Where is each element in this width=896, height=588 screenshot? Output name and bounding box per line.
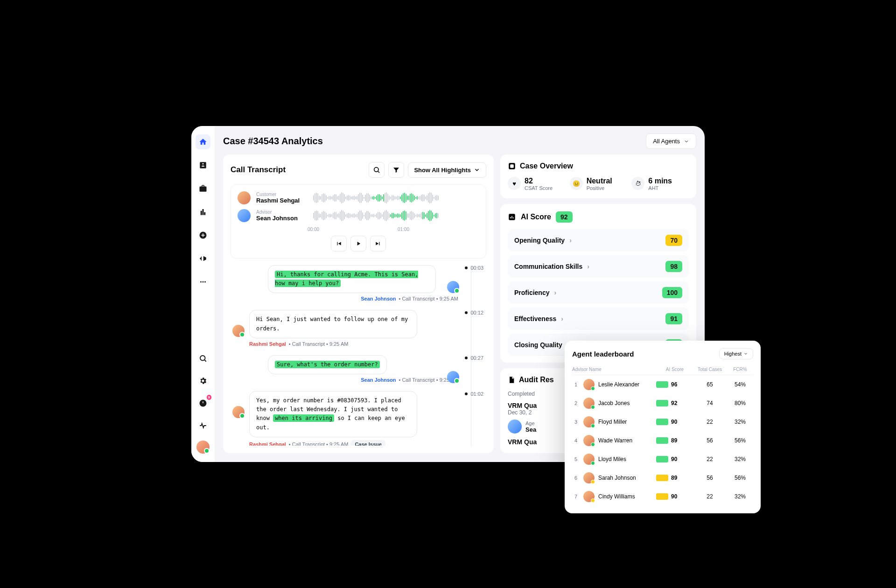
document-icon <box>508 376 515 384</box>
nav-cases[interactable] <box>196 181 210 196</box>
lb-col-score: AI Score <box>656 367 693 372</box>
aht-label: AHT <box>648 185 672 191</box>
next-track-btn[interactable] <box>370 236 386 252</box>
sentiment-value: Neutral <box>587 177 612 185</box>
score-value: 98 <box>665 261 682 272</box>
sidebar: 9 <box>191 126 215 462</box>
score-row[interactable]: Proficiency›100 <box>508 281 689 304</box>
emoji-icon: 😐 <box>570 177 583 190</box>
lb-name: Jacob Jones <box>598 400 630 406</box>
lb-fcr: 32% <box>726 456 754 462</box>
nav-announce[interactable] <box>196 251 210 266</box>
lb-score-bar <box>656 493 668 500</box>
home-icon <box>199 138 207 146</box>
alert-badge: 9 <box>207 395 211 400</box>
lb-score-value: 90 <box>671 456 677 462</box>
lb-rank: 1 <box>572 382 580 387</box>
lb-col-fcr: FCR% <box>726 367 754 372</box>
score-row[interactable]: Communication Skills›98 <box>508 255 689 278</box>
score-value: 91 <box>665 313 682 324</box>
leaderboard-sort-dropdown[interactable]: Highest <box>719 348 753 359</box>
nav-analytics[interactable] <box>196 204 210 219</box>
prev-track-btn[interactable] <box>331 236 347 252</box>
id-card-icon <box>199 161 207 169</box>
message-avatar <box>447 281 459 293</box>
nav-alerts[interactable]: 9 <box>196 396 210 411</box>
nav-activity[interactable] <box>196 418 210 433</box>
audit-agent-name: Sea <box>525 426 536 433</box>
time-start: 00:00 <box>308 227 319 232</box>
nav-home[interactable] <box>196 134 210 149</box>
transcript-search-btn[interactable] <box>369 162 385 178</box>
csat-value: 82 <box>525 177 553 185</box>
transcript-title: Call Transcript <box>231 165 286 175</box>
plus-circle-icon <box>199 231 207 239</box>
lb-col-cases: Total Cases <box>693 367 726 372</box>
customer-name: Rashmi Sehgal <box>256 197 308 204</box>
leaderboard-row[interactable]: 3Floyd Miller902232% <box>572 413 753 431</box>
play-btn[interactable] <box>350 236 366 252</box>
lb-score-bar <box>656 475 668 481</box>
page-header: Case #34543 Analytics All Agents <box>223 133 696 149</box>
message-meta: Rashmi Sehgal • Call Transcript • 9:25 A… <box>249 440 458 446</box>
chevron-right-icon: › <box>554 289 556 296</box>
transcript-card: Call Transcript Show All Highlights <box>223 154 494 453</box>
agent-filter-label: All Agents <box>653 138 680 145</box>
lb-score-bar <box>656 419 668 425</box>
briefcase-icon <box>199 184 207 193</box>
play-icon <box>355 240 362 247</box>
nav-contacts[interactable] <box>196 158 210 173</box>
advisor-role: Advisor <box>256 210 308 215</box>
advisor-waveform[interactable] <box>313 209 479 222</box>
lb-name: Cindy Williams <box>598 493 635 500</box>
message-bubble: Sure, what's the order number? <box>268 355 387 374</box>
time-marker: 00:03 <box>469 265 483 271</box>
time-marker: 00:12 <box>469 310 483 315</box>
lb-cases: 74 <box>693 400 726 406</box>
leaderboard-row[interactable]: 6Sarah Johnson895656% <box>572 469 753 487</box>
aht-value: 6 mins <box>648 177 672 185</box>
nav-search[interactable] <box>196 351 210 366</box>
leaderboard-row[interactable]: 2Jacob Jones927480% <box>572 394 753 413</box>
leaderboard-row[interactable]: 7Cindy Williams902232% <box>572 487 753 506</box>
score-row[interactable]: Opening Quality›70 <box>508 229 689 252</box>
transcript-filter-btn[interactable] <box>388 162 404 178</box>
user-avatar[interactable] <box>196 441 210 454</box>
lb-fcr: 32% <box>726 493 754 500</box>
lb-avatar <box>583 435 595 446</box>
lb-fcr: 80% <box>726 400 754 406</box>
advisor-avatar <box>238 209 251 222</box>
audit-title: Audit Res <box>519 376 554 384</box>
lb-fcr: 56% <box>726 475 754 481</box>
nav-settings[interactable] <box>196 373 210 388</box>
lb-cases: 65 <box>693 381 726 388</box>
leaderboard-row[interactable]: 4Wade Warren895656% <box>572 431 753 450</box>
audio-player: Customer Rashmi Sehgal Advisor Sean John… <box>231 184 486 259</box>
leaderboard-row[interactable]: 5Lloyd Miles902232% <box>572 450 753 469</box>
lb-score-bar <box>656 437 668 444</box>
chevron-down-icon <box>684 139 689 144</box>
customer-role: Customer <box>256 192 308 197</box>
time-marker: 00:27 <box>469 355 483 361</box>
leaderboard-row[interactable]: 1Leslie Alexander966554% <box>572 375 753 394</box>
leaderboard-card: Agent leaderboard Highest Advisor Name A… <box>565 341 761 513</box>
lb-score-value: 89 <box>671 437 677 444</box>
chevron-down-icon <box>743 351 748 356</box>
message-group: 00:03Hi, thanks for calling Acme. This i… <box>231 265 458 301</box>
nav-add[interactable] <box>196 228 210 243</box>
score-value: 100 <box>662 287 682 298</box>
lb-avatar <box>583 454 595 465</box>
overview-icon <box>508 162 516 170</box>
lb-name: Sarah Johnson <box>598 475 636 481</box>
advisor-name: Sean Johnson <box>256 215 308 222</box>
message-bubble: Hi, thanks for calling Acme. This is Sea… <box>268 265 436 293</box>
lb-score-value: 92 <box>671 400 677 406</box>
time-marker: 01:02 <box>469 391 483 397</box>
lb-score-bar <box>656 381 668 388</box>
agent-filter-dropdown[interactable]: All Agents <box>646 133 696 149</box>
nav-more[interactable] <box>196 274 210 289</box>
score-row[interactable]: Effectiveness›91 <box>508 308 689 330</box>
svg-point-3 <box>204 281 206 283</box>
highlight-dropdown[interactable]: Show All Highlights <box>408 162 486 178</box>
customer-waveform[interactable] <box>313 191 479 204</box>
